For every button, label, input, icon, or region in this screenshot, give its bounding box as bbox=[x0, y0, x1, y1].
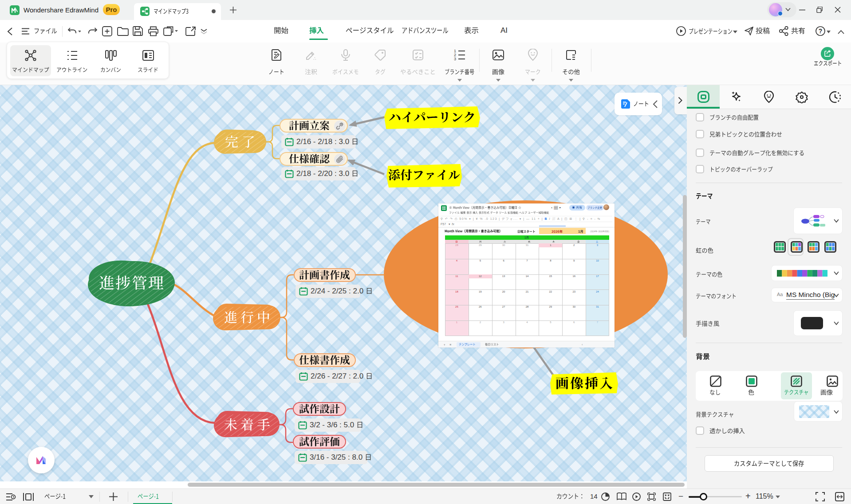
svg-text:?: ? bbox=[819, 27, 823, 35]
svg-text:3: 3 bbox=[454, 57, 456, 61]
